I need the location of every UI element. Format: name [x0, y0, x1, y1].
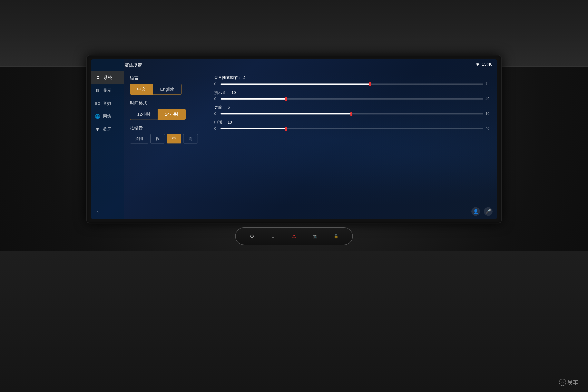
camera-button[interactable]: 📷: [311, 232, 319, 240]
physical-buttons-area: ⏻ ⌂ ⚠ 📷 🔒: [235, 227, 353, 245]
nav-volume-value: 5: [228, 105, 230, 110]
key-sound-group: 关闭 低 中 高: [130, 134, 204, 144]
speed-volume-label: 音量随速调节： 4: [214, 75, 491, 80]
phone-volume-value: 10: [228, 120, 232, 125]
sidebar-label-sound: 音效: [103, 100, 112, 106]
sidebar-label-network: 网络: [103, 114, 112, 119]
nav-volume-row: 导航： 5 0 10: [214, 105, 491, 116]
language-english-button[interactable]: English: [153, 84, 181, 94]
dashboard-bottom: [0, 251, 588, 392]
prompt-volume-thumb: [285, 97, 287, 101]
prompt-volume-max: 40: [486, 97, 491, 101]
sidebar: ⚙ 系统 🖥 显示 ⊟⊠ 音效 🌐 网络 ✱ 蓝牙 ⌂: [91, 60, 124, 219]
key-sound-section: 按键音 关闭 低 中 高: [130, 125, 204, 144]
nav-volume-fill: [220, 113, 352, 114]
gear-icon: ⚙: [95, 75, 101, 80]
profile-icon: 👤: [473, 209, 478, 214]
sound-icon: ⊟⊠: [95, 101, 100, 106]
nav-volume-max: 10: [486, 112, 491, 116]
sidebar-label-bluetooth: 蓝牙: [103, 126, 112, 132]
bluetooth-sidebar-icon: ✱: [95, 127, 100, 132]
camera-icon: 📷: [312, 234, 318, 238]
prompt-volume-track[interactable]: [220, 98, 483, 100]
settings-right-panel: 音量随速调节： 4 0 7: [214, 75, 491, 215]
speed-volume-fill: [220, 84, 370, 85]
network-icon: 🌐: [95, 114, 100, 119]
nav-volume-label: 导航： 5: [214, 105, 491, 110]
nav-volume-min: 0: [214, 112, 218, 116]
sidebar-item-bluetooth[interactable]: ✱ 蓝牙: [91, 123, 124, 136]
sidebar-item-display[interactable]: 🖥 显示: [91, 84, 124, 97]
sidebar-label-display: 显示: [103, 88, 112, 94]
speed-volume-thumb: [369, 82, 371, 86]
language-section: 语言 中文 English: [130, 75, 204, 95]
speed-volume-row: 音量随速调节： 4 0 7: [214, 75, 491, 86]
speed-volume-track[interactable]: [220, 84, 483, 85]
home-button[interactable]: ⌂: [269, 232, 277, 240]
clock: 13:48: [482, 62, 492, 67]
home-phys-icon: ⌂: [272, 234, 274, 238]
screen-bezel: ✱ 13:48 系统设置 ⚙ 系统 🖥 显示 ⊟⊠ 音效 🌐 网络: [86, 55, 502, 224]
home-icon: ⌂: [96, 209, 99, 215]
prompt-volume-slider[interactable]: 0 40: [214, 97, 491, 101]
speed-volume-min: 0: [214, 82, 218, 86]
power-icon: ⏻: [250, 234, 254, 238]
lock-icon: 🔒: [334, 234, 338, 238]
bluetooth-icon: ✱: [476, 62, 480, 67]
sidebar-item-system[interactable]: ⚙ 系统: [91, 71, 124, 84]
mic-button[interactable]: 🎤: [484, 207, 492, 216]
main-screen: ✱ 13:48 系统设置 ⚙ 系统 🖥 显示 ⊟⊠ 音效 🌐 网络: [91, 60, 497, 219]
profile-button[interactable]: 👤: [472, 207, 480, 216]
watermark-logo: ©: [559, 379, 566, 386]
sidebar-item-home[interactable]: ⌂: [91, 206, 124, 219]
bottom-icons: 👤 🎤: [472, 207, 492, 216]
page-title: 系统设置: [124, 62, 141, 69]
settings-left-panel: 语言 中文 English 时间格式 12小时 24小时 按键音: [130, 75, 204, 215]
watermark-text: 易车: [567, 379, 578, 386]
key-sound-mid-button[interactable]: 中: [167, 134, 181, 144]
power-button[interactable]: ⏻: [248, 232, 256, 240]
key-sound-high-button[interactable]: 高: [183, 134, 198, 144]
speed-volume-value: 4: [243, 76, 246, 80]
key-sound-off-button[interactable]: 关闭: [130, 134, 148, 144]
nav-volume-track[interactable]: [220, 113, 483, 114]
mic-icon: 🎤: [486, 209, 491, 214]
time-format-label: 时间格式: [130, 100, 204, 106]
language-toggle-group: 中文 English: [130, 84, 182, 95]
phone-volume-thumb: [285, 126, 287, 131]
speed-volume-max: 7: [486, 82, 491, 86]
speed-volume-slider[interactable]: 0 7: [214, 82, 491, 86]
nav-volume-slider[interactable]: 0 10: [214, 112, 491, 116]
status-bar: ✱ 13:48: [476, 62, 492, 67]
phone-volume-label: 电话： 10: [214, 120, 491, 125]
prompt-volume-fill: [220, 98, 286, 100]
phone-volume-fill: [220, 128, 286, 129]
language-label: 语言: [130, 75, 204, 81]
phone-volume-max: 40: [486, 126, 491, 131]
time-format-section: 时间格式 12小时 24小时: [130, 100, 204, 120]
time-format-toggle-group: 12小时 24小时: [130, 109, 186, 120]
display-icon: 🖥: [95, 88, 100, 93]
key-sound-low-button[interactable]: 低: [150, 134, 165, 144]
phone-volume-track[interactable]: [220, 128, 483, 129]
sidebar-item-network[interactable]: 🌐 网络: [91, 110, 124, 123]
lock-button[interactable]: 🔒: [332, 232, 340, 240]
time-12h-button[interactable]: 12小时: [130, 109, 158, 120]
phone-volume-min: 0: [214, 126, 218, 131]
key-sound-label: 按键音: [130, 125, 204, 131]
prompt-volume-label: 提示音： 10: [214, 90, 491, 95]
phone-volume-row: 电话： 10 0 40: [214, 120, 491, 131]
watermark: © 易车: [559, 379, 578, 386]
sidebar-label-system: 系统: [104, 75, 112, 80]
phone-volume-slider[interactable]: 0 40: [214, 126, 491, 131]
hazard-button[interactable]: ⚠: [290, 232, 298, 240]
language-chinese-button[interactable]: 中文: [130, 84, 153, 94]
nav-volume-thumb: [350, 112, 352, 116]
time-24h-button[interactable]: 24小时: [158, 109, 185, 120]
prompt-volume-value: 10: [232, 90, 236, 95]
physical-buttons-container: ⏻ ⌂ ⚠ 📷 🔒: [235, 227, 353, 245]
main-content: 语言 中文 English 时间格式 12小时 24小时 按键音: [124, 71, 497, 219]
hazard-icon: ⚠: [292, 234, 296, 239]
prompt-volume-min: 0: [214, 97, 218, 101]
sidebar-item-sound[interactable]: ⊟⊠ 音效: [91, 97, 124, 110]
